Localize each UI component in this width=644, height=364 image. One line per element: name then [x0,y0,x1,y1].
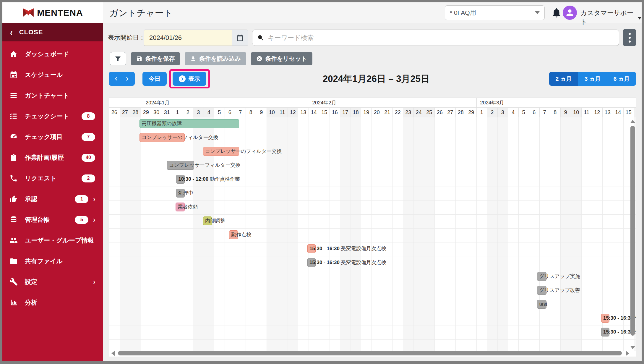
scroll-up-arrow[interactable] [630,120,635,123]
zoom-button-3ヵ月[interactable]: 3 ヵ月 [578,72,607,86]
gantt-bar[interactable] [167,161,194,170]
scroll-right-arrow[interactable] [626,351,629,356]
display-start-date-input[interactable] [144,30,232,46]
gantt-bar[interactable] [176,175,184,184]
gantt-bar[interactable] [139,133,185,142]
sidebar-item-6[interactable]: 作業計画/履歴40 [2,147,103,168]
day-cell: 7 [235,108,246,117]
sidebar-close-button[interactable]: ‹ CLOSE [2,23,103,41]
day-cell: 18 [351,108,361,117]
calendar-picker-button[interactable] [232,30,248,46]
brand-logo[interactable]: MENTENA [2,2,103,23]
chevron-right-icon [125,76,130,81]
gantt-bar[interactable] [307,258,316,267]
count-badge: 2 [82,174,95,182]
gantt-bar[interactable] [307,244,316,253]
sidebar-item-label: ダッシュボード [25,50,95,58]
grid-row [109,173,636,187]
sidebar-item-11[interactable]: 共有ファイル [2,251,103,271]
checklist-icon [9,112,20,121]
gantt-month-header: 2024年1月2024年2月2024年3月 [109,98,636,108]
database-icon [9,215,20,224]
mentena-logo-icon [22,7,35,18]
grid-row [109,229,636,242]
gantt-bar[interactable] [537,300,546,309]
load-conditions-button[interactable]: 条件を読み込み [185,52,246,65]
filter-button[interactable] [110,52,126,65]
grid-row [109,326,636,340]
sidebar-item-13[interactable]: 分析 [2,292,103,313]
gantt-bar[interactable] [203,216,212,225]
day-cell: 2 [487,108,497,117]
sidebar-item-5[interactable]: チェック項目7 [2,127,103,147]
reset-conditions-button[interactable]: 条件をリセット [251,52,312,65]
scroll-left-arrow[interactable] [111,351,115,356]
day-cell: 21 [382,108,392,117]
home-icon [9,50,20,59]
count-badge: 1 [75,195,88,203]
user-avatar[interactable] [563,6,577,20]
gantt-bar[interactable] [537,272,546,281]
zoom-button-6ヵ月[interactable]: 6 ヵ月 [607,72,636,86]
gantt-day-header: 2627282930311234567891011121314151617181… [109,108,636,117]
sidebar-item-12[interactable]: 設定› [2,271,103,292]
horizontal-scrollbar-thumb[interactable] [118,351,622,355]
gantt-bar[interactable] [601,328,609,337]
show-button[interactable]: 表示 [173,72,206,86]
chevron-left-icon: ‹ [10,26,13,38]
circle-chevron-icon [179,75,186,82]
scroll-down-arrow[interactable] [630,346,635,349]
sidebar-item-4[interactable]: チェックシート8 [2,106,103,127]
gantt-bar[interactable] [203,147,239,156]
gantt-bar[interactable] [139,119,239,128]
day-cell: 3 [193,108,204,117]
sidebar-item-10[interactable]: ユーザー・グループ情報 [2,230,103,251]
sidebar-item-label: 管理台帳 [25,216,75,224]
day-cell: 29 [466,108,476,117]
condition-toolbar: 条件を保存 条件を読み込み 条件をリセット [110,52,312,65]
gantt-bar[interactable] [601,314,609,323]
vertical-scrollbar-thumb[interactable] [630,126,635,336]
workspace-select[interactable]: * 0FAQ用 [445,5,545,20]
day-cell: 20 [372,108,382,117]
gantt-panel: 2024年1月2024年2月2024年3月 262728293031123456… [109,98,636,357]
day-cell: 5 [518,108,529,117]
sidebar-item-8[interactable]: 承認1› [2,189,103,209]
sidebar-item-label: チェックシート [25,112,82,120]
gauge-icon [9,132,20,141]
chevron-left-icon [114,76,119,81]
grid-row [109,270,636,284]
month-label: 2024年2月 [172,98,476,108]
save-conditions-button[interactable]: 条件を保存 [131,52,180,65]
sidebar-item-2[interactable]: スケジュール [2,64,103,85]
user-menu[interactable]: カスタマーサポート [580,9,642,26]
gantt-bar[interactable] [176,203,184,211]
day-cell: 28 [130,108,141,117]
grid-row [109,340,636,351]
day-cell: 10 [571,108,581,117]
day-cell: 30 [151,108,162,117]
chevron-right-icon: › [93,195,95,203]
day-cell: 2 [183,108,193,117]
count-badge: 7 [82,133,95,141]
sidebar-item-label: 設定 [25,278,88,286]
sidebar-item-7[interactable]: リクエスト2 [2,168,103,189]
gantt-grid: 高圧機器類の故障コンプレッサーのフィルター交換コンプレッサーのフィルター交換コン… [109,117,636,351]
zoom-button-2ヵ月[interactable]: 2 ヵ月 [549,72,578,86]
day-cell: 9 [560,108,571,117]
sidebar-item-9[interactable]: 管理台帳5› [2,209,103,230]
day-cell: 31 [162,108,172,117]
chevron-down-icon [637,17,642,20]
today-button[interactable]: 今日 [142,72,167,86]
sidebar-item-label: 承認 [25,195,75,203]
gantt-bar[interactable] [229,230,238,239]
gantt-bar[interactable] [176,189,184,198]
prev-next-buttons[interactable] [109,72,135,86]
more-options-button[interactable] [623,29,636,46]
keyword-search-input[interactable] [268,34,614,42]
day-cell: 8 [550,108,560,117]
sidebar-item-1[interactable]: ダッシュボード [2,44,103,64]
gantt-bar[interactable] [537,286,546,295]
notifications-bell-icon[interactable] [551,7,563,20]
sidebar-item-3[interactable]: ガントチャート [2,85,103,106]
